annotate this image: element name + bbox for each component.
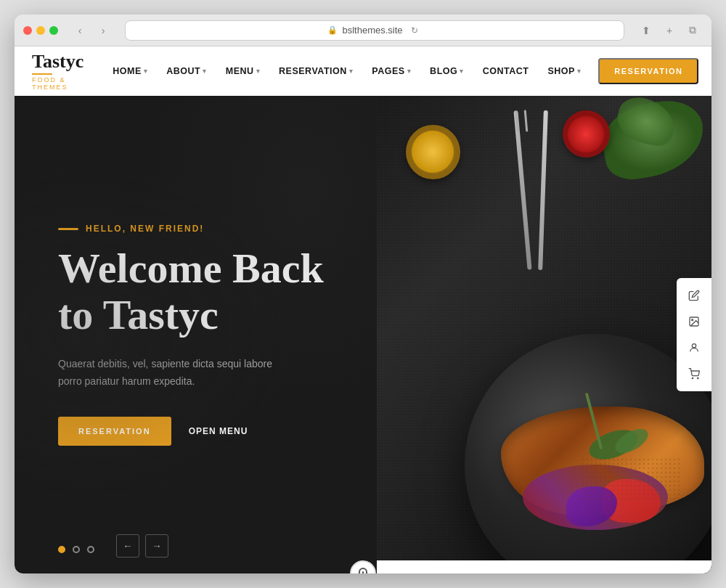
browser-window: ‹ › 🔒 bslthemes.site ↻ ⬆ + ⧉ Tastyc FOOD… [15, 15, 711, 573]
hero-buttons: RESERVATION OPEN MENU [58, 417, 333, 446]
slide-indicators [58, 546, 94, 553]
nav-menu: HOME ▾ ABOUT ▾ MENU ▾ RESERVATION ▾ PAGE… [105, 58, 711, 84]
user-icon[interactable] [682, 336, 706, 359]
maximize-button[interactable] [49, 26, 58, 35]
tabs-button[interactable]: ⧉ [682, 20, 703, 41]
hero-eyebrow: HELLO, NEW FRIEND! [58, 224, 333, 234]
nav-item-menu[interactable]: MENU ▾ [219, 62, 267, 81]
svg-point-6 [698, 377, 698, 378]
chevron-down-icon: ▾ [256, 68, 261, 75]
browser-bar: ‹ › 🔒 bslthemes.site ↻ ⬆ + ⧉ [15, 15, 711, 46]
nav-item-shop[interactable]: SHOP ▾ [540, 62, 588, 81]
logo-name: Tastyc [32, 52, 83, 71]
nav-item-reservation[interactable]: RESERVATION ▾ [272, 62, 360, 81]
slide-next-button[interactable]: → [145, 534, 168, 558]
chevron-down-icon: ▾ [577, 68, 582, 75]
logo-decorator [32, 73, 52, 75]
slide-dot-1[interactable] [58, 546, 65, 553]
side-bar [677, 278, 711, 391]
scroll-dot [362, 571, 364, 573]
svg-point-3 [692, 319, 693, 321]
nav-item-blog[interactable]: BLOG ▾ [423, 62, 471, 81]
url-text: bslthemes.site [342, 25, 402, 36]
mouse-icon [359, 568, 367, 573]
nav-cta-reservation[interactable]: RESERVATION [598, 58, 698, 84]
eyebrow-line [58, 228, 78, 230]
forward-button[interactable]: › [93, 20, 113, 41]
edit-icon[interactable] [682, 284, 706, 307]
back-button[interactable]: ‹ [70, 20, 90, 41]
logo[interactable]: Tastyc FOOD & THEMES [32, 52, 83, 91]
website-content: Tastyc FOOD & THEMES HOME ▾ ABOUT ▾ MENU… [15, 46, 711, 573]
navbar: Tastyc FOOD & THEMES HOME ▾ ABOUT ▾ MENU… [15, 46, 711, 96]
slide-dot-2[interactable] [73, 546, 80, 553]
hero-title: Welcome Back to Tastyc [58, 245, 333, 338]
close-button[interactable] [23, 26, 32, 35]
minimize-button[interactable] [36, 26, 45, 35]
nav-item-about[interactable]: ABOUT ▾ [159, 62, 213, 81]
slide-dot-3[interactable] [87, 546, 94, 553]
chevron-down-icon: ▾ [144, 68, 148, 75]
address-bar[interactable]: 🔒 bslthemes.site ↻ [125, 20, 624, 41]
hero-description: Quaerat debitis, vel, sapiente dicta seq… [58, 356, 290, 391]
hero-menu-button[interactable]: OPEN MENU [189, 426, 248, 436]
shopping-cart-icon[interactable] [682, 362, 706, 385]
reload-button[interactable]: ↻ [407, 23, 422, 38]
browser-controls: ‹ › [70, 20, 113, 41]
cart-button[interactable]: 0 [709, 58, 711, 84]
browser-actions: ⬆ + ⧉ [636, 20, 703, 41]
hero-content: HELLO, NEW FRIEND! Welcome Back to Tasty… [15, 96, 377, 573]
eyebrow-text: HELLO, NEW FRIEND! [86, 224, 204, 234]
chevron-down-icon: ▾ [349, 68, 354, 75]
slide-arrows: ← → [116, 534, 168, 558]
hero-section: HELLO, NEW FRIEND! Welcome Back to Tasty… [15, 96, 711, 573]
traffic-lights [23, 26, 58, 35]
share-button[interactable]: ⬆ [636, 20, 656, 41]
chevron-down-icon: ▾ [407, 68, 412, 75]
image-icon[interactable] [682, 310, 706, 333]
chevron-down-icon: ▾ [460, 68, 464, 75]
nav-item-pages[interactable]: PAGES ▾ [364, 62, 418, 81]
slide-prev-button[interactable]: ← [116, 534, 139, 558]
new-tab-button[interactable]: + [659, 20, 680, 41]
chevron-down-icon: ▾ [203, 68, 207, 75]
hero-image [377, 96, 711, 573]
lock-icon: 🔒 [327, 25, 338, 35]
nav-item-home[interactable]: HOME ▾ [105, 62, 155, 81]
nav-item-contact[interactable]: CONTACT [476, 62, 537, 81]
svg-point-4 [692, 344, 696, 348]
logo-subtitle: FOOD & THEMES [32, 76, 83, 91]
svg-point-5 [692, 377, 693, 378]
hero-reservation-button[interactable]: RESERVATION [58, 417, 171, 446]
